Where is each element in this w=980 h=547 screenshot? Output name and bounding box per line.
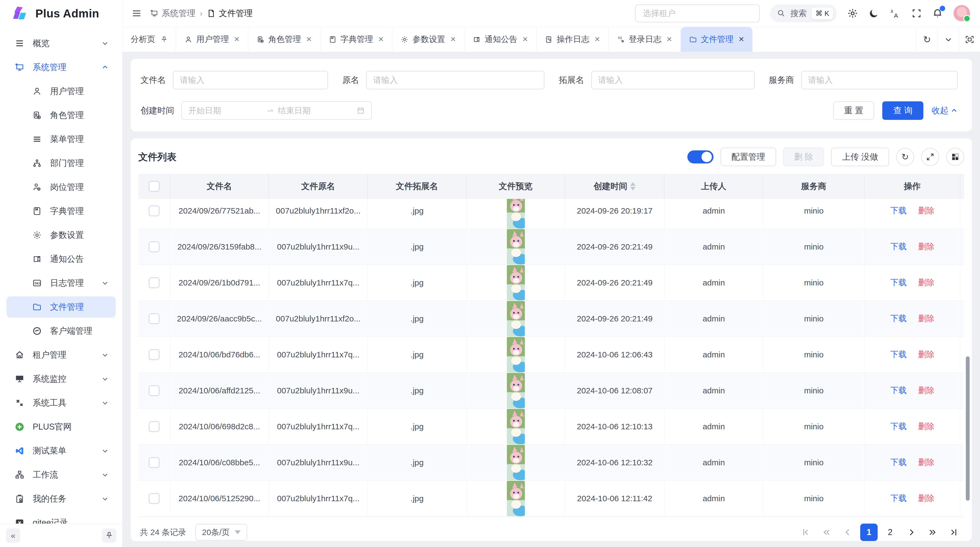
prev-page-icon[interactable]: [839, 523, 856, 541]
config-manage-button[interactable]: 配置管理: [721, 148, 776, 166]
tenant-select-input[interactable]: [635, 4, 760, 22]
row-checkbox[interactable]: [149, 457, 159, 468]
jump-back-icon[interactable]: [818, 523, 835, 541]
close-tab-icon[interactable]: ✕: [234, 35, 240, 44]
delete-link[interactable]: 删除: [918, 493, 935, 504]
file-preview-cell[interactable]: [466, 301, 565, 336]
download-link[interactable]: 下载: [891, 277, 907, 288]
row-checkbox[interactable]: [149, 206, 159, 216]
tab-menu-chevron-icon[interactable]: [937, 27, 959, 52]
delete-link[interactable]: 删除: [918, 457, 935, 468]
download-link[interactable]: 下载: [891, 421, 907, 432]
sidebar-item-日志管理[interactable]: DEV日志管理: [6, 273, 116, 293]
refresh-table-icon[interactable]: ↻: [896, 148, 914, 166]
sidebar-item-字典管理[interactable]: 字典管理: [6, 201, 116, 222]
sidebar-item-通知公告[interactable]: 通知公告: [6, 249, 116, 270]
search-button[interactable]: 查 询: [882, 101, 923, 120]
delete-link[interactable]: 删除: [918, 421, 935, 432]
close-tab-icon[interactable]: ✕: [522, 35, 528, 44]
close-tab-icon[interactable]: ✕: [667, 35, 672, 44]
sidebar-item-角色管理[interactable]: 角色管理: [6, 105, 116, 126]
settings-gear-icon[interactable]: [847, 8, 858, 19]
sidebar-item-系统工具[interactable]: 系统工具: [6, 392, 116, 413]
logo[interactable]: Plus Admin: [0, 0, 122, 27]
download-link[interactable]: 下载: [891, 493, 907, 504]
pin-icon[interactable]: [161, 36, 168, 43]
refresh-tab-icon[interactable]: ↻: [916, 27, 937, 52]
tab-分析页[interactable]: 分析页: [123, 27, 176, 52]
close-tab-icon[interactable]: ✕: [450, 35, 456, 44]
hamburger-menu-icon[interactable]: [132, 8, 142, 18]
first-page-icon[interactable]: [797, 523, 814, 541]
tab-参数设置[interactable]: 参数设置✕: [392, 27, 465, 52]
delete-link[interactable]: 删除: [918, 241, 935, 252]
sidebar-item-系统监控[interactable]: 系统监控: [6, 368, 116, 389]
download-link[interactable]: 下载: [891, 313, 907, 324]
tab-用户管理[interactable]: 用户管理✕: [176, 27, 248, 52]
reset-button[interactable]: 重 置: [833, 101, 874, 120]
sidebar-item-gitee记录[interactable]: gitee记录: [6, 512, 116, 523]
close-tab-icon[interactable]: ✕: [738, 35, 745, 44]
download-link[interactable]: 下载: [891, 241, 907, 252]
page-button-2[interactable]: 2: [881, 523, 899, 541]
filter-input-原名[interactable]: [366, 71, 544, 89]
file-preview-cell[interactable]: [466, 265, 565, 300]
row-checkbox[interactable]: [149, 349, 159, 360]
column-settings-icon[interactable]: [946, 148, 964, 166]
sort-carets-icon[interactable]: [630, 182, 636, 190]
sidebar-item-测试菜单[interactable]: 测试菜单: [6, 440, 116, 461]
collapse-sidebar-button[interactable]: «: [6, 528, 20, 543]
tab-字典管理[interactable]: 字典管理✕: [320, 27, 393, 52]
sidebar-item-我的任务[interactable]: 我的任务: [6, 488, 116, 509]
sidebar-item-部门管理[interactable]: 部门管理: [6, 153, 116, 174]
file-preview-cell[interactable]: [466, 480, 565, 516]
tab-登录日志[interactable]: 登录日志✕: [609, 27, 681, 52]
row-checkbox[interactable]: [149, 241, 159, 252]
tab-操作日志[interactable]: 操作日志✕: [536, 27, 609, 52]
filter-input-拓展名[interactable]: [591, 71, 755, 89]
user-avatar[interactable]: [953, 5, 970, 22]
expand-table-icon[interactable]: [921, 148, 939, 166]
delete-link[interactable]: 删除: [918, 349, 935, 360]
sidebar-item-客户端管理[interactable]: 客户端管理: [6, 321, 116, 341]
batch-delete-button[interactable]: 删 除: [783, 148, 824, 166]
breadcrumb-item-system[interactable]: 系统管理: [150, 8, 196, 19]
sidebar-item-系统管理[interactable]: 系统管理: [6, 57, 116, 78]
sidebar-item-岗位管理[interactable]: 岗位管理: [6, 177, 116, 198]
delete-link[interactable]: 删除: [918, 277, 935, 288]
sidebar-item-用户管理[interactable]: 用户管理: [6, 81, 116, 102]
download-link[interactable]: 下载: [891, 457, 907, 468]
next-page-icon[interactable]: [903, 523, 920, 541]
pin-sidebar-button[interactable]: [102, 528, 116, 543]
close-tab-icon[interactable]: ✕: [378, 35, 384, 44]
sidebar-item-参数设置[interactable]: 参数设置: [6, 225, 116, 246]
delete-link[interactable]: 删除: [918, 313, 935, 324]
tab-通知公告[interactable]: 通知公告✕: [465, 27, 536, 52]
select-all-checkbox[interactable]: [149, 181, 159, 192]
vertical-scrollbar[interactable]: [966, 356, 970, 501]
sidebar-item-工作流[interactable]: 工作流: [6, 464, 116, 485]
sidebar-item-PLUS官网[interactable]: PLUS官网: [6, 416, 116, 437]
jump-forward-icon[interactable]: [924, 523, 941, 541]
tab-角色管理[interactable]: 角色管理✕: [248, 27, 320, 52]
fullscreen-icon[interactable]: [912, 8, 922, 19]
sidebar-item-租户管理[interactable]: 租户管理: [6, 344, 116, 365]
page-button-1[interactable]: 1: [860, 523, 878, 541]
delete-link[interactable]: 删除: [918, 205, 935, 216]
content-fullscreen-icon[interactable]: [959, 27, 980, 52]
sidebar-item-菜单管理[interactable]: 菜单管理: [6, 129, 116, 150]
delete-link[interactable]: 删除: [918, 385, 935, 396]
row-checkbox[interactable]: [149, 421, 159, 432]
file-preview-cell[interactable]: [466, 408, 565, 444]
sidebar-item-文件管理[interactable]: 文件管理: [6, 297, 116, 317]
file-preview-cell[interactable]: [466, 199, 565, 228]
file-preview-cell[interactable]: [466, 373, 565, 408]
dark-mode-moon-icon[interactable]: [869, 8, 879, 19]
filter-input-服务商[interactable]: [801, 71, 958, 89]
column-header-创建时间[interactable]: 创建时间: [565, 174, 665, 199]
download-link[interactable]: 下载: [891, 349, 907, 360]
date-range-input[interactable]: 开始日期 ⇀ 结束日期: [181, 101, 372, 120]
upload-button[interactable]: 上传 没做: [831, 148, 889, 166]
row-checkbox[interactable]: [149, 277, 159, 288]
page-size-select[interactable]: 20条/页: [196, 524, 247, 541]
